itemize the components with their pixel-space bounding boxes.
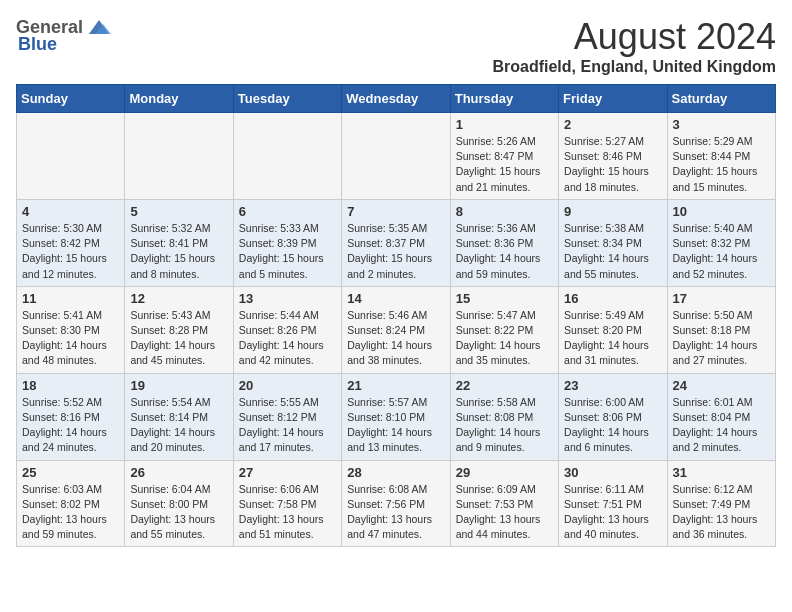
calendar-cell: 24Sunrise: 6:01 AM Sunset: 8:04 PM Dayli… bbox=[667, 373, 775, 460]
day-number: 22 bbox=[456, 378, 553, 393]
calendar-cell: 28Sunrise: 6:08 AM Sunset: 7:56 PM Dayli… bbox=[342, 460, 450, 547]
header-thursday: Thursday bbox=[450, 85, 558, 113]
calendar-cell bbox=[17, 113, 125, 200]
day-number: 19 bbox=[130, 378, 227, 393]
day-info: Sunrise: 5:33 AM Sunset: 8:39 PM Dayligh… bbox=[239, 221, 336, 282]
calendar-cell: 19Sunrise: 5:54 AM Sunset: 8:14 PM Dayli… bbox=[125, 373, 233, 460]
day-number: 14 bbox=[347, 291, 444, 306]
day-info: Sunrise: 6:09 AM Sunset: 7:53 PM Dayligh… bbox=[456, 482, 553, 543]
header-sunday: Sunday bbox=[17, 85, 125, 113]
location-subtitle: Broadfield, England, United Kingdom bbox=[492, 58, 776, 76]
day-info: Sunrise: 5:58 AM Sunset: 8:08 PM Dayligh… bbox=[456, 395, 553, 456]
day-info: Sunrise: 5:46 AM Sunset: 8:24 PM Dayligh… bbox=[347, 308, 444, 369]
calendar-cell bbox=[342, 113, 450, 200]
header-tuesday: Tuesday bbox=[233, 85, 341, 113]
calendar-cell: 20Sunrise: 5:55 AM Sunset: 8:12 PM Dayli… bbox=[233, 373, 341, 460]
calendar-cell: 9Sunrise: 5:38 AM Sunset: 8:34 PM Daylig… bbox=[559, 199, 667, 286]
logo-icon bbox=[85, 16, 113, 38]
week-row-3: 11Sunrise: 5:41 AM Sunset: 8:30 PM Dayli… bbox=[17, 286, 776, 373]
calendar-cell: 25Sunrise: 6:03 AM Sunset: 8:02 PM Dayli… bbox=[17, 460, 125, 547]
calendar-cell: 18Sunrise: 5:52 AM Sunset: 8:16 PM Dayli… bbox=[17, 373, 125, 460]
day-info: Sunrise: 6:03 AM Sunset: 8:02 PM Dayligh… bbox=[22, 482, 119, 543]
day-info: Sunrise: 5:32 AM Sunset: 8:41 PM Dayligh… bbox=[130, 221, 227, 282]
day-info: Sunrise: 5:27 AM Sunset: 8:46 PM Dayligh… bbox=[564, 134, 661, 195]
day-info: Sunrise: 5:36 AM Sunset: 8:36 PM Dayligh… bbox=[456, 221, 553, 282]
day-number: 4 bbox=[22, 204, 119, 219]
header-friday: Friday bbox=[559, 85, 667, 113]
calendar-cell: 5Sunrise: 5:32 AM Sunset: 8:41 PM Daylig… bbox=[125, 199, 233, 286]
day-number: 18 bbox=[22, 378, 119, 393]
calendar-cell: 29Sunrise: 6:09 AM Sunset: 7:53 PM Dayli… bbox=[450, 460, 558, 547]
day-info: Sunrise: 6:06 AM Sunset: 7:58 PM Dayligh… bbox=[239, 482, 336, 543]
day-info: Sunrise: 5:47 AM Sunset: 8:22 PM Dayligh… bbox=[456, 308, 553, 369]
calendar-cell: 14Sunrise: 5:46 AM Sunset: 8:24 PM Dayli… bbox=[342, 286, 450, 373]
day-info: Sunrise: 5:50 AM Sunset: 8:18 PM Dayligh… bbox=[673, 308, 770, 369]
day-info: Sunrise: 5:54 AM Sunset: 8:14 PM Dayligh… bbox=[130, 395, 227, 456]
day-number: 21 bbox=[347, 378, 444, 393]
day-number: 8 bbox=[456, 204, 553, 219]
day-number: 28 bbox=[347, 465, 444, 480]
calendar-cell: 26Sunrise: 6:04 AM Sunset: 8:00 PM Dayli… bbox=[125, 460, 233, 547]
logo: General Blue bbox=[16, 16, 113, 55]
day-info: Sunrise: 6:11 AM Sunset: 7:51 PM Dayligh… bbox=[564, 482, 661, 543]
calendar-cell: 6Sunrise: 5:33 AM Sunset: 8:39 PM Daylig… bbox=[233, 199, 341, 286]
calendar-cell: 17Sunrise: 5:50 AM Sunset: 8:18 PM Dayli… bbox=[667, 286, 775, 373]
day-number: 17 bbox=[673, 291, 770, 306]
calendar-cell bbox=[125, 113, 233, 200]
day-number: 11 bbox=[22, 291, 119, 306]
day-number: 24 bbox=[673, 378, 770, 393]
day-info: Sunrise: 5:41 AM Sunset: 8:30 PM Dayligh… bbox=[22, 308, 119, 369]
calendar-cell: 7Sunrise: 5:35 AM Sunset: 8:37 PM Daylig… bbox=[342, 199, 450, 286]
header-monday: Monday bbox=[125, 85, 233, 113]
calendar-cell: 3Sunrise: 5:29 AM Sunset: 8:44 PM Daylig… bbox=[667, 113, 775, 200]
day-number: 5 bbox=[130, 204, 227, 219]
day-info: Sunrise: 5:29 AM Sunset: 8:44 PM Dayligh… bbox=[673, 134, 770, 195]
day-info: Sunrise: 5:44 AM Sunset: 8:26 PM Dayligh… bbox=[239, 308, 336, 369]
day-number: 23 bbox=[564, 378, 661, 393]
day-number: 31 bbox=[673, 465, 770, 480]
calendar-cell: 8Sunrise: 5:36 AM Sunset: 8:36 PM Daylig… bbox=[450, 199, 558, 286]
calendar-cell: 30Sunrise: 6:11 AM Sunset: 7:51 PM Dayli… bbox=[559, 460, 667, 547]
day-info: Sunrise: 6:08 AM Sunset: 7:56 PM Dayligh… bbox=[347, 482, 444, 543]
day-number: 10 bbox=[673, 204, 770, 219]
day-info: Sunrise: 6:01 AM Sunset: 8:04 PM Dayligh… bbox=[673, 395, 770, 456]
day-number: 25 bbox=[22, 465, 119, 480]
week-row-5: 25Sunrise: 6:03 AM Sunset: 8:02 PM Dayli… bbox=[17, 460, 776, 547]
day-info: Sunrise: 6:00 AM Sunset: 8:06 PM Dayligh… bbox=[564, 395, 661, 456]
page-header: General Blue August 2024 Broadfield, Eng… bbox=[16, 16, 776, 76]
day-info: Sunrise: 5:55 AM Sunset: 8:12 PM Dayligh… bbox=[239, 395, 336, 456]
day-number: 30 bbox=[564, 465, 661, 480]
header-saturday: Saturday bbox=[667, 85, 775, 113]
calendar-header: Sunday Monday Tuesday Wednesday Thursday… bbox=[17, 85, 776, 113]
week-row-2: 4Sunrise: 5:30 AM Sunset: 8:42 PM Daylig… bbox=[17, 199, 776, 286]
calendar-cell: 4Sunrise: 5:30 AM Sunset: 8:42 PM Daylig… bbox=[17, 199, 125, 286]
calendar-body: 1Sunrise: 5:26 AM Sunset: 8:47 PM Daylig… bbox=[17, 113, 776, 547]
day-info: Sunrise: 5:30 AM Sunset: 8:42 PM Dayligh… bbox=[22, 221, 119, 282]
day-info: Sunrise: 5:40 AM Sunset: 8:32 PM Dayligh… bbox=[673, 221, 770, 282]
day-number: 20 bbox=[239, 378, 336, 393]
calendar-cell: 27Sunrise: 6:06 AM Sunset: 7:58 PM Dayli… bbox=[233, 460, 341, 547]
calendar-cell: 12Sunrise: 5:43 AM Sunset: 8:28 PM Dayli… bbox=[125, 286, 233, 373]
day-info: Sunrise: 5:26 AM Sunset: 8:47 PM Dayligh… bbox=[456, 134, 553, 195]
calendar-cell: 10Sunrise: 5:40 AM Sunset: 8:32 PM Dayli… bbox=[667, 199, 775, 286]
day-info: Sunrise: 5:35 AM Sunset: 8:37 PM Dayligh… bbox=[347, 221, 444, 282]
calendar-cell: 31Sunrise: 6:12 AM Sunset: 7:49 PM Dayli… bbox=[667, 460, 775, 547]
calendar-cell: 1Sunrise: 5:26 AM Sunset: 8:47 PM Daylig… bbox=[450, 113, 558, 200]
month-year-title: August 2024 bbox=[492, 16, 776, 58]
calendar-cell: 11Sunrise: 5:41 AM Sunset: 8:30 PM Dayli… bbox=[17, 286, 125, 373]
calendar-cell: 15Sunrise: 5:47 AM Sunset: 8:22 PM Dayli… bbox=[450, 286, 558, 373]
day-number: 3 bbox=[673, 117, 770, 132]
calendar-cell: 13Sunrise: 5:44 AM Sunset: 8:26 PM Dayli… bbox=[233, 286, 341, 373]
calendar-cell: 22Sunrise: 5:58 AM Sunset: 8:08 PM Dayli… bbox=[450, 373, 558, 460]
calendar-cell bbox=[233, 113, 341, 200]
calendar-cell: 21Sunrise: 5:57 AM Sunset: 8:10 PM Dayli… bbox=[342, 373, 450, 460]
day-info: Sunrise: 5:49 AM Sunset: 8:20 PM Dayligh… bbox=[564, 308, 661, 369]
day-number: 12 bbox=[130, 291, 227, 306]
week-row-4: 18Sunrise: 5:52 AM Sunset: 8:16 PM Dayli… bbox=[17, 373, 776, 460]
title-area: August 2024 Broadfield, England, United … bbox=[492, 16, 776, 76]
day-number: 6 bbox=[239, 204, 336, 219]
calendar-table: Sunday Monday Tuesday Wednesday Thursday… bbox=[16, 84, 776, 547]
day-number: 7 bbox=[347, 204, 444, 219]
day-number: 13 bbox=[239, 291, 336, 306]
day-info: Sunrise: 5:52 AM Sunset: 8:16 PM Dayligh… bbox=[22, 395, 119, 456]
